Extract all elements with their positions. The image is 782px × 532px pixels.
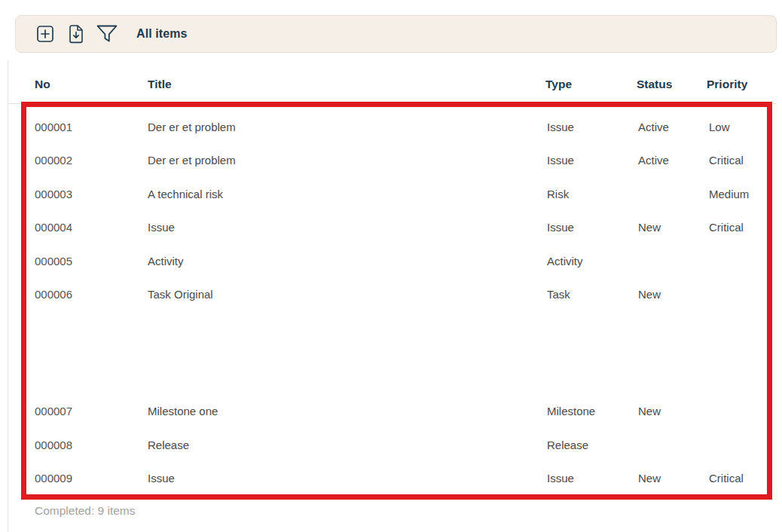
cell-status: Active xyxy=(638,121,669,133)
cell-type: Milestone xyxy=(547,405,595,417)
column-header-priority[interactable]: Priority xyxy=(707,78,747,91)
cell-type: Issue xyxy=(547,221,574,234)
filter-icon xyxy=(96,24,118,44)
cell-title: Der er et problem xyxy=(148,121,236,133)
column-header-type[interactable]: Type xyxy=(545,78,572,91)
status-bar-text: Completed: 9 items xyxy=(35,504,136,518)
cell-no: 000008 xyxy=(35,439,72,451)
cell-priority: Critical xyxy=(709,154,744,167)
cell-status: Active xyxy=(638,154,669,167)
cell-title: Release xyxy=(148,439,189,451)
cell-no: 000003 xyxy=(35,188,72,200)
cell-type: Task xyxy=(547,288,570,301)
header-divider xyxy=(8,103,776,104)
cell-no: 000007 xyxy=(35,405,72,417)
cell-title: Der er et problem xyxy=(148,154,236,167)
cell-status: New xyxy=(638,221,661,234)
table-row[interactable]: 000004IssueIssueNewCritical xyxy=(27,210,769,243)
table-row[interactable]: 000005ActivityActivity xyxy=(27,244,769,277)
column-header-no[interactable]: No xyxy=(35,78,50,91)
table-row[interactable]: 000001Der er et problemIssueActiveLow xyxy=(27,110,769,143)
cell-type: Issue xyxy=(547,121,574,133)
cell-title: Milestone one xyxy=(148,405,218,417)
cell-no: 000004 xyxy=(35,221,72,234)
add-icon xyxy=(36,25,54,43)
new-item-button[interactable] xyxy=(33,22,57,46)
toolbar: All items xyxy=(15,15,777,53)
cell-priority: Medium xyxy=(709,188,749,200)
table-row[interactable]: 000008ReleaseRelease xyxy=(27,428,769,461)
cell-no: 000002 xyxy=(35,154,72,167)
filter-button[interactable] xyxy=(95,22,119,46)
cell-type: Activity xyxy=(547,255,583,268)
cell-priority: Low xyxy=(709,121,730,133)
cell-title: Task Original xyxy=(148,288,213,301)
cell-no: 000005 xyxy=(35,255,72,268)
cell-title: Issue xyxy=(148,221,175,234)
cell-priority: Critical xyxy=(709,221,744,234)
cell-type: Release xyxy=(547,439,588,451)
export-button[interactable] xyxy=(64,22,88,46)
table-row[interactable]: 000009IssueIssueNewCritical xyxy=(27,461,769,494)
table-row[interactable]: 000007Milestone oneMilestoneNew xyxy=(27,394,769,427)
cell-priority: Critical xyxy=(709,472,744,485)
cell-type: Issue xyxy=(547,154,574,167)
table-row[interactable]: 000006Task OriginalTaskNew xyxy=(27,277,769,310)
cell-no: 000001 xyxy=(35,121,72,133)
page-left-border xyxy=(8,60,8,532)
cell-type: Issue xyxy=(547,472,574,485)
view-title[interactable]: All items xyxy=(136,27,188,41)
cell-status: New xyxy=(638,472,661,485)
table-row[interactable]: 000003A technical riskRiskMedium xyxy=(27,177,769,210)
table-row[interactable]: 000002Der er et problemIssueActiveCritic… xyxy=(27,143,769,176)
cell-status: New xyxy=(638,288,661,301)
column-header-status[interactable]: Status xyxy=(637,78,672,91)
cell-type: Risk xyxy=(547,188,569,200)
cell-title: Issue xyxy=(148,472,175,485)
export-document-icon xyxy=(68,24,84,44)
column-header-title[interactable]: Title xyxy=(148,78,172,91)
cell-title: A technical risk xyxy=(148,188,223,200)
cell-no: 000006 xyxy=(35,288,72,301)
cell-status: New xyxy=(638,405,661,417)
cell-title: Activity xyxy=(148,255,184,268)
cell-no: 000009 xyxy=(35,472,72,485)
